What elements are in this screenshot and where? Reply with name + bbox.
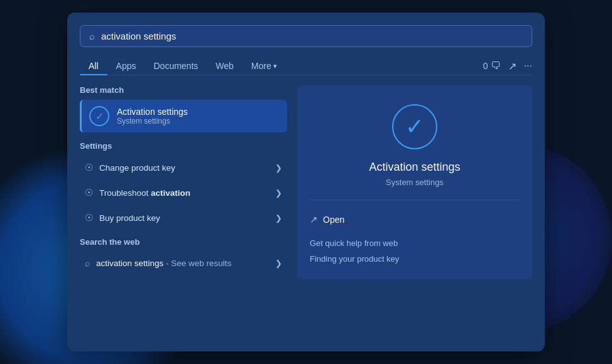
open-icon: ↗: [310, 214, 318, 225]
tab-web[interactable]: Web: [207, 57, 243, 75]
tab-right-actions: 0 🗨 ↗ ···: [483, 60, 532, 72]
circle-check-icon-3: ☉: [85, 212, 93, 223]
main-content: Best match ✓ Activation settings System …: [80, 85, 532, 279]
search-bar: ⌕: [80, 25, 532, 47]
best-match-label: Best match: [80, 85, 287, 95]
settings-item-text-3: Buy product key: [99, 213, 275, 223]
circle-check-icon-1: ☉: [85, 162, 93, 173]
web-search-icon: ⌕: [85, 258, 90, 268]
right-app-name: Activation settings: [369, 161, 460, 174]
quick-action-2[interactable]: Finding your product key: [310, 251, 520, 267]
chevron-right-icon-3: ❯: [275, 213, 282, 223]
settings-section-label: Settings: [80, 141, 287, 151]
best-match-text: Activation settings System settings: [117, 107, 188, 126]
search-icon: ⌕: [89, 31, 95, 41]
settings-item-text-2: Troubleshoot activation: [99, 188, 275, 198]
search-web-label: Search the web: [80, 237, 287, 247]
best-match-icon: ✓: [89, 106, 109, 126]
best-match-item[interactable]: ✓ Activation settings System settings: [80, 100, 287, 132]
tab-all[interactable]: All: [80, 57, 107, 75]
web-search-text: activation settings - See web results: [96, 259, 275, 268]
circle-check-icon-2: ☉: [85, 187, 93, 198]
left-panel: Best match ✓ Activation settings System …: [80, 85, 287, 279]
settings-item-change-product-key[interactable]: ☉ Change product key ❯: [80, 156, 287, 179]
chevron-down-icon: ▾: [273, 62, 277, 70]
feedback-count[interactable]: 0 🗨: [483, 60, 501, 72]
search-input[interactable]: [101, 31, 523, 41]
app-icon: ✓: [392, 104, 437, 149]
quick-action-1[interactable]: Get quick help from web: [310, 235, 520, 251]
divider: [310, 200, 520, 200]
chevron-right-icon-1: ❯: [275, 163, 282, 173]
share-icon[interactable]: ↗: [508, 60, 516, 72]
chevron-right-icon-2: ❯: [275, 188, 282, 198]
tabs-bar: All Apps Documents Web More ▾ 0 🗨 ↗ ···: [80, 57, 532, 75]
best-match-subtitle: System settings: [117, 117, 188, 126]
settings-item-troubleshoot[interactable]: ☉ Troubleshoot activation ❯: [80, 181, 287, 205]
right-app-type: System settings: [386, 178, 444, 187]
open-label: Open: [323, 215, 344, 225]
more-options-icon[interactable]: ···: [524, 60, 532, 72]
best-match-title: Activation settings: [117, 107, 188, 117]
search-panel: ⌕ All Apps Documents Web More ▾ 0 🗨 ↗ ··…: [67, 13, 545, 351]
feedback-icon: 🗨: [491, 60, 501, 72]
tab-documents[interactable]: Documents: [145, 57, 207, 75]
settings-item-buy-product-key[interactable]: ☉ Buy product key ❯: [80, 206, 287, 230]
open-button[interactable]: ↗ Open: [310, 210, 520, 229]
tab-apps[interactable]: Apps: [107, 57, 145, 75]
right-panel: ✓ Activation settings System settings ↗ …: [297, 85, 532, 279]
settings-item-text-1: Change product key: [99, 163, 275, 173]
web-search-item[interactable]: ⌕ activation settings - See web results …: [80, 252, 287, 274]
chevron-right-icon-web: ❯: [275, 259, 282, 268]
tab-more[interactable]: More ▾: [243, 57, 286, 75]
